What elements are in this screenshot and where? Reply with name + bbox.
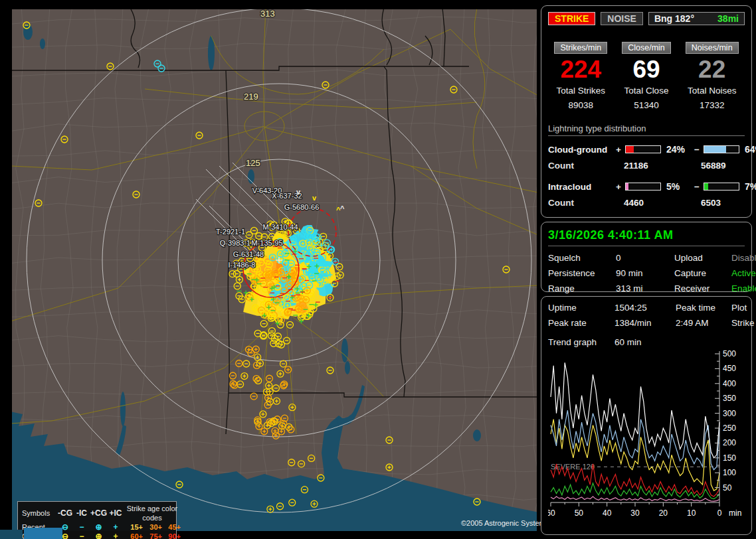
svg-text:250: 250 xyxy=(723,424,736,433)
ic-plus-sign: + xyxy=(616,182,625,192)
range-value: 313 mi xyxy=(616,283,674,293)
cg-positive-bar xyxy=(625,145,661,153)
total-noises-label: Total Noises xyxy=(679,86,745,96)
cg-negative-pct: 64% xyxy=(742,144,756,155)
close-per-min-header[interactable]: Close/min xyxy=(622,42,671,54)
ic-negative-bar xyxy=(704,183,739,191)
noises-per-min-value: 22 xyxy=(679,56,745,83)
legend-col-neg-cg: -CG xyxy=(56,508,74,518)
total-noises-value: 17332 xyxy=(679,100,745,110)
age-30: 30+ xyxy=(143,522,162,532)
total-strikes-value: 89038 xyxy=(548,100,614,110)
capture-label: Capture xyxy=(674,268,731,278)
ic-negative-pct: 7% xyxy=(742,181,756,192)
total-close-value: 51340 xyxy=(614,100,680,110)
window-corner-decoration xyxy=(0,530,23,539)
old-ic-pos-icon: + xyxy=(108,532,124,539)
svg-text:20: 20 xyxy=(659,508,668,518)
ic-negative-bar-fill xyxy=(704,183,708,190)
age-15: 15+ xyxy=(124,522,143,532)
svg-text:100: 100 xyxy=(723,468,736,477)
svg-text:40: 40 xyxy=(603,508,612,518)
strike-toggle-button[interactable]: STRIKE xyxy=(548,12,595,25)
svg-text:G-631-48: G-631-48 xyxy=(233,250,264,258)
uptime-value: 1504:25 xyxy=(614,303,676,313)
age-45: 45+ xyxy=(162,522,181,532)
svg-text:300: 300 xyxy=(723,409,736,418)
status-panel: 3/16/2026 4:40:11 AM Squelch 0 Upload Di… xyxy=(541,222,752,292)
cloud-ground-label: Cloud-ground xyxy=(548,145,616,155)
bearing-indicator: Bng 182° 38mi xyxy=(648,12,745,25)
total-close-label: Total Close xyxy=(614,86,680,96)
trend-graph-label: Trend graph xyxy=(548,337,614,347)
cg-count-label: Count xyxy=(548,161,616,171)
cg-negative-bar xyxy=(704,145,739,153)
app-window: 125219313 V-643-20X-637-32G-5680-66M-341… xyxy=(0,0,756,539)
svg-text:219: 219 xyxy=(244,92,258,102)
cg-positive-bar-fill xyxy=(626,146,634,153)
plot-value: Strike xyxy=(731,318,755,328)
svg-text:M-3410-44: M-3410-44 xyxy=(262,223,298,231)
cg-minus-sign: − xyxy=(694,145,704,155)
age-60: 60+ xyxy=(124,532,143,539)
ic-positive-pct: 5% xyxy=(664,181,694,192)
svg-text:min: min xyxy=(729,508,741,518)
session-panel: Uptime 1504:25 Peak time Plot Peak rate … xyxy=(541,296,752,535)
map-canvas[interactable]: 125219313 V-643-20X-637-32G-5680-66M-341… xyxy=(12,9,537,531)
old-ic-neg-icon: − xyxy=(74,532,90,539)
squelch-label: Squelch xyxy=(548,253,616,263)
age-75: 75+ xyxy=(143,532,162,539)
legend-col-neg-ic: -IC xyxy=(74,508,90,518)
svg-text:400: 400 xyxy=(723,379,736,388)
ic-positive-bar xyxy=(625,183,661,191)
legend-symbols-label: Symbols xyxy=(22,508,56,518)
capture-status: Active xyxy=(731,268,756,278)
noise-toggle-button[interactable]: NOISE xyxy=(601,12,643,25)
svg-text:150: 150 xyxy=(723,453,736,463)
svg-text:60: 60 xyxy=(548,508,555,518)
svg-text:M-135-95: M-135-95 xyxy=(251,239,282,247)
peak-time-label: Peak time xyxy=(676,303,731,313)
ic-minus-sign: − xyxy=(694,182,704,192)
svg-text:200: 200 xyxy=(723,438,736,447)
svg-text:50: 50 xyxy=(575,508,584,518)
svg-text:30: 30 xyxy=(630,508,640,518)
peak-rate-value: 1384/min xyxy=(614,318,676,328)
svg-text:350: 350 xyxy=(723,394,736,403)
svg-text:G-5680-66: G-5680-66 xyxy=(284,203,320,211)
legend-col-pos-ic: +IC xyxy=(108,508,124,518)
legend-age-header: Strike age color codes xyxy=(124,504,181,522)
distribution-title: Lightning type distribution xyxy=(548,123,745,136)
svg-text:125: 125 xyxy=(246,158,260,168)
total-strikes-label: Total Strikes xyxy=(548,86,614,96)
datetime-display: 3/16/2026 4:40:11 AM xyxy=(548,228,745,242)
age-90: 90+ xyxy=(162,532,181,539)
strikes-per-min-header[interactable]: Strikes/min xyxy=(554,42,607,54)
strikes-per-min-value: 224 xyxy=(548,56,614,83)
trend-window-value: 60 min xyxy=(614,337,745,347)
bearing-label: Bng 182° xyxy=(654,13,694,24)
cg-negative-count: 56889 xyxy=(693,161,745,171)
old-cg-pos-icon: ⊕ xyxy=(90,532,108,539)
strike-stats-panel: STRIKE NOISE Bng 182° 38mi Strikes/min C… xyxy=(541,5,752,218)
squelch-value: 0 xyxy=(616,253,674,263)
ic-negative-count: 6503 xyxy=(693,198,745,208)
receiver-label: Receiver xyxy=(674,283,731,293)
legend-col-pos-cg: +CG xyxy=(90,508,108,518)
svg-text:^: ^ xyxy=(340,204,345,212)
bearing-distance: 38mi xyxy=(717,13,739,24)
svg-text:T-2921-1: T-2921-1 xyxy=(216,228,245,236)
divider xyxy=(548,246,745,246)
cg-negative-bar-fill xyxy=(704,146,726,153)
upload-status: Disabled xyxy=(731,253,756,263)
lightning-map[interactable]: 125219313 V-643-20X-637-32G-5680-66M-341… xyxy=(12,9,537,531)
intracloud-label: Intracloud xyxy=(548,182,616,192)
copyright-text: ©2005 Astrogenic Systems xyxy=(461,519,549,527)
plot-label: Plot xyxy=(731,303,755,313)
ic-count-label: Count xyxy=(548,198,616,208)
ic-positive-bar-fill xyxy=(626,183,628,190)
svg-text:450: 450 xyxy=(723,364,736,373)
noises-per-min-header[interactable]: Noises/min xyxy=(686,42,739,54)
peak-time-value: 2:49 AM xyxy=(676,318,731,328)
svg-text:v: v xyxy=(312,194,317,202)
